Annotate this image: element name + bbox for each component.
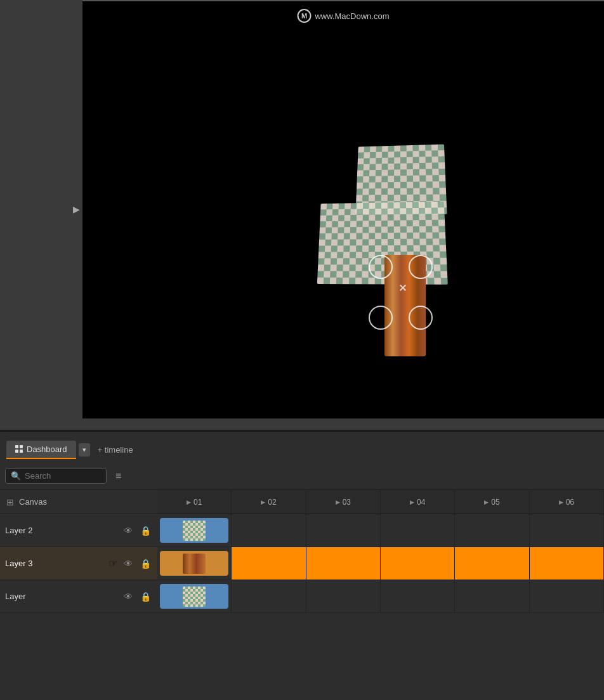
timeline-cell-l2-t5[interactable]	[455, 514, 529, 547]
tab-dropdown-btn[interactable]: ▾	[79, 443, 90, 457]
expand-arrow[interactable]: ▶	[73, 204, 80, 214]
timeline-cell-l3-t1[interactable]	[157, 547, 232, 580]
hamburger-menu-button[interactable]: ≡	[112, 468, 125, 484]
timeline-cell-l2-t4[interactable]	[381, 514, 455, 547]
search-input[interactable]	[25, 471, 95, 481]
timeline-cell-lb-t1[interactable]	[157, 580, 232, 612]
checker-thumb-l2	[183, 521, 206, 541]
wood-clip-l3[interactable]	[160, 551, 228, 576]
viewport-canvas: M www.MacDown.com ✕	[82, 0, 604, 418]
track-label-06[interactable]: ▶ 06	[530, 490, 604, 514]
viewport-section: ▶ M www.MacDown.com ✕	[0, 0, 604, 418]
add-timeline-button[interactable]: + timeline	[98, 445, 133, 455]
timeline-cell-l3-t3[interactable]	[306, 547, 381, 580]
track-01-play-icon: ▶	[187, 499, 191, 505]
track-04-label: 04	[417, 498, 425, 507]
track-label-05[interactable]: ▶ 05	[455, 490, 529, 514]
timeline-header: ▶ 01 ▶ 02 ▶ 03 ▶ 04 ▶ 05	[157, 490, 604, 514]
layer-base-visibility-button[interactable]: 👁	[122, 590, 134, 603]
watermark-text: www.MacDown.com	[315, 11, 389, 21]
tab-dashboard[interactable]: Dashboard	[6, 441, 76, 459]
timeline-cell-l3-t5[interactable]	[455, 547, 529, 580]
timeline-main: ⊞ Canvas Layer 2 👁 🔒 Layer 3 ☞ 👁 🔒 Layer…	[0, 490, 604, 700]
checker-clip-l2[interactable]	[160, 518, 228, 543]
timeline-cell-l3-t4[interactable]	[381, 547, 455, 580]
layer-base-name: Layer	[5, 592, 117, 601]
timeline-grid: ▶ 01 ▶ 02 ▶ 03 ▶ 04 ▶ 05	[157, 490, 604, 700]
layers-icon: ⊞	[6, 497, 14, 507]
layer-2-lock-button[interactable]: 🔒	[139, 524, 152, 537]
checker-thumb-lb	[183, 587, 206, 607]
track-02-play-icon: ▶	[261, 499, 265, 505]
timeline-cell-l3-t2[interactable]	[232, 547, 306, 580]
watermark: M www.MacDown.com	[297, 9, 389, 23]
track-05-play-icon: ▶	[484, 499, 489, 505]
checker-tile-mid	[317, 202, 448, 285]
timeline-cell-lb-t3[interactable]	[306, 580, 381, 612]
timeline-cell-lb-t2[interactable]	[232, 580, 306, 612]
track-04-play-icon: ▶	[410, 499, 414, 505]
layer-3-lock-button[interactable]: 🔒	[139, 557, 152, 570]
track-05-label: 05	[491, 498, 499, 507]
layer-2-visibility-button[interactable]: 👁	[122, 524, 134, 537]
layer-row-base[interactable]: Layer 👁 🔒	[0, 580, 157, 613]
canvas-header: ⊞ Canvas	[0, 490, 157, 514]
checker-clip-lb[interactable]	[160, 584, 228, 609]
search-box: 🔍	[5, 468, 107, 484]
layer-row-3[interactable]: Layer 3 ☞ 👁 🔒	[0, 547, 157, 580]
timeline-cell-l2-t3[interactable]	[306, 514, 381, 547]
timeline-cell-lb-t4[interactable]	[381, 580, 455, 612]
controls-row: 🔍 ≡	[0, 462, 604, 490]
layer-list: ⊞ Canvas Layer 2 👁 🔒 Layer 3 ☞ 👁 🔒 Layer…	[0, 490, 157, 700]
timeline-cell-lb-t6[interactable]	[530, 580, 604, 612]
timeline-row-layer2	[157, 514, 604, 547]
search-icon: 🔍	[11, 471, 21, 481]
wood-plank	[384, 255, 426, 356]
wood-thumb-l3	[183, 554, 206, 574]
track-label-02[interactable]: ▶ 02	[232, 490, 306, 514]
layer-row-2[interactable]: Layer 2 👁 🔒	[0, 514, 157, 547]
cursor-hand-icon: ☞	[108, 557, 117, 569]
layer-3-visibility-button[interactable]: 👁	[122, 557, 134, 570]
layer-2-name: Layer 2	[5, 526, 117, 535]
track-label-01[interactable]: ▶ 01	[157, 490, 232, 514]
timeline-row-layer-base	[157, 580, 604, 613]
timeline-section: Dashboard ▾ + timeline 🔍 ≡ ⊞ Canvas Laye…	[0, 430, 604, 700]
timeline-cell-l3-t6[interactable]	[530, 547, 604, 580]
watermark-logo: M	[297, 9, 311, 23]
section-gap	[0, 418, 604, 430]
track-06-play-icon: ▶	[559, 499, 563, 505]
dashboard-grid-icon	[15, 445, 23, 453]
track-label-03[interactable]: ▶ 03	[306, 490, 381, 514]
timeline-row-layer3	[157, 547, 604, 580]
tab-dashboard-label: Dashboard	[27, 444, 67, 454]
track-03-play-icon: ▶	[336, 499, 340, 505]
layer-3-name: Layer 3	[5, 559, 106, 568]
track-06-label: 06	[566, 498, 574, 507]
layer-base-lock-button[interactable]: 🔒	[139, 590, 152, 603]
timeline-rows	[157, 514, 604, 700]
track-03-label: 03	[343, 498, 351, 507]
track-label-04[interactable]: ▶ 04	[381, 490, 455, 514]
timeline-cell-l2-t2[interactable]	[232, 514, 306, 547]
center-x-marker: ✕	[398, 282, 407, 294]
left-panel: ▶	[0, 0, 82, 418]
track-02-label: 02	[268, 498, 276, 507]
canvas-label: Canvas	[19, 497, 47, 507]
scene-container: ✕	[305, 138, 496, 379]
track-01-label: 01	[194, 498, 202, 507]
timeline-cell-lb-t5[interactable]	[455, 580, 529, 612]
tab-bar: Dashboard ▾ + timeline	[0, 432, 604, 462]
timeline-cell-l2-t1[interactable]	[157, 514, 232, 547]
timeline-cell-l2-t6[interactable]	[530, 514, 604, 547]
